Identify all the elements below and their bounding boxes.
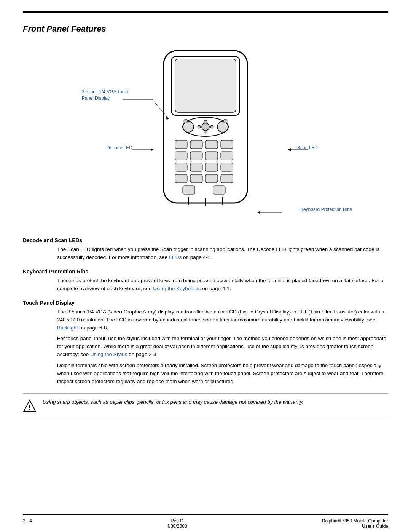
heading-touch-panel: Touch Panel Display xyxy=(23,300,388,306)
svg-marker-4 xyxy=(151,148,154,151)
svg-rect-31 xyxy=(190,163,202,171)
svg-rect-35 xyxy=(190,174,202,183)
svg-rect-22 xyxy=(175,140,187,149)
svg-rect-37 xyxy=(221,174,233,183)
svg-point-17 xyxy=(210,125,213,128)
body-keyboard-ribs: These ribs protect the keyboard and prev… xyxy=(57,277,388,293)
svg-marker-8 xyxy=(257,211,260,214)
label-decode-led: Decode LED xyxy=(107,145,132,150)
warning-box: ! Using sharp objects, such as paper cli… xyxy=(23,393,388,420)
svg-point-18 xyxy=(204,120,207,123)
label-scan-led: Scan LED xyxy=(297,145,318,150)
svg-text:!: ! xyxy=(29,404,31,411)
body-touch-panel-2: For touch panel input, use the stylus in… xyxy=(57,335,388,359)
device-illustration xyxy=(156,47,255,223)
svg-point-19 xyxy=(204,130,207,133)
warning-icon: ! xyxy=(23,398,37,415)
label-keyboard-ribs: Keyboard Protection Ribs xyxy=(300,207,352,212)
svg-rect-26 xyxy=(175,152,187,160)
svg-point-13 xyxy=(183,121,194,132)
svg-rect-27 xyxy=(190,152,202,160)
diagram-section: 3.5 inch 1/4 VGA Touch Panel Display Dec… xyxy=(23,43,388,226)
svg-rect-33 xyxy=(221,163,233,171)
link-leds[interactable]: LEDs xyxy=(169,254,182,260)
section-keyboard-ribs: Keyboard Protection Ribs These ribs prot… xyxy=(23,268,388,293)
footer-product: Dolphin® 7850 Mobile Computer User's Gui… xyxy=(322,518,388,529)
svg-rect-23 xyxy=(190,140,202,149)
svg-rect-39 xyxy=(213,186,225,194)
svg-rect-32 xyxy=(206,163,218,171)
svg-point-14 xyxy=(217,121,228,132)
svg-point-20 xyxy=(184,119,188,123)
footer-page-number: 3 - 4 xyxy=(23,518,32,529)
svg-marker-6 xyxy=(288,148,291,151)
svg-point-16 xyxy=(198,125,201,128)
svg-point-15 xyxy=(202,123,209,131)
body-decode-scan: The Scan LED lights red when you press t… xyxy=(57,246,388,262)
section-touch-panel: Touch Panel Display The 3.5 inch 1/4 VGA… xyxy=(23,300,388,386)
link-using-keyboards[interactable]: Using the Keyboards xyxy=(153,286,201,291)
content-area: Front Panel Features 3.5 inch 1/4 VGA To… xyxy=(0,13,411,514)
heading-decode-scan: Decode and Scan LEDs xyxy=(23,237,388,243)
svg-rect-25 xyxy=(221,140,233,149)
svg-rect-30 xyxy=(175,163,187,171)
svg-rect-24 xyxy=(206,140,218,149)
footer-revision: Rev C 4/30/2008 xyxy=(167,518,187,529)
warning-text: Using sharp objects, such as paper clips… xyxy=(43,398,304,406)
svg-rect-11 xyxy=(175,59,236,112)
section-decode-scan: Decode and Scan LEDs The Scan LED lights… xyxy=(23,237,388,262)
svg-rect-28 xyxy=(206,152,218,160)
body-touch-panel-3: Dolphin terminals ship with screen prote… xyxy=(57,362,388,386)
svg-rect-36 xyxy=(206,174,218,183)
footer: 3 - 4 Rev C 4/30/2008 Dolphin® 7850 Mobi… xyxy=(0,515,411,532)
link-using-stylus[interactable]: Using the Stylus xyxy=(90,351,127,357)
svg-point-21 xyxy=(223,119,227,123)
page-container: Front Panel Features 3.5 inch 1/4 VGA To… xyxy=(0,0,411,532)
heading-keyboard-ribs: Keyboard Protection Ribs xyxy=(23,268,388,275)
body-touch-panel-1: The 3.5 inch 1/4 VGA (Video Graphic Arra… xyxy=(57,308,388,332)
label-touch-panel: 3.5 inch 1/4 VGA Touch Panel Display xyxy=(82,89,129,102)
link-backlight[interactable]: Backlight xyxy=(57,325,78,331)
svg-rect-34 xyxy=(175,174,187,183)
svg-rect-29 xyxy=(221,152,233,160)
page-title: Front Panel Features xyxy=(23,24,388,34)
svg-rect-38 xyxy=(183,186,195,194)
